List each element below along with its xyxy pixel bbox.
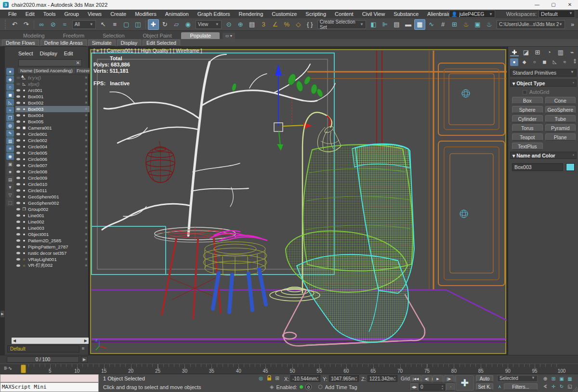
isolate-selection-toggle[interactable]: ◎ — [257, 375, 264, 382]
list-item[interactable]: ● Circle007 ✳ — [15, 162, 90, 169]
timeline-ruler[interactable]: 0510152025303540455055606570758085909510… — [23, 364, 562, 375]
list-item[interactable]: ● Box003 ✳ — [15, 106, 90, 112]
menu-item[interactable]: Rendering — [235, 10, 268, 18]
use-pivot-center-icon[interactable]: ⊙ — [223, 19, 235, 30]
select-and-move-icon[interactable]: ✚ — [148, 19, 159, 30]
visibility-eye-icon[interactable] — [16, 196, 20, 198]
spinner-snap-icon[interactable]: ◇ — [293, 19, 304, 30]
frozen-snowflake-icon[interactable]: ✳ — [83, 113, 90, 118]
viewport-quality-menu[interactable]: [ High Quality ] — [138, 48, 171, 53]
lights-category-icon[interactable]: ○ — [530, 58, 539, 66]
key-filters-icon[interactable]: ⋏ — [496, 383, 503, 390]
select-object-icon[interactable]: ↖ — [98, 19, 109, 30]
object-name[interactable]: Pattern2D_2585 — [28, 238, 83, 243]
frozen-snowflake-icon[interactable]: ✳ — [83, 245, 90, 249]
menu-item[interactable]: Tools — [39, 10, 60, 18]
snaps-toggle-icon[interactable]: 3 — [258, 19, 269, 30]
filter-materials-icon[interactable]: ✎ — [6, 130, 14, 137]
scene-canvas[interactable]: Z — [90, 47, 507, 355]
object-name[interactable]: Circle011 — [28, 188, 83, 193]
window-resize-grip[interactable] — [573, 387, 578, 392]
tool-filter-icon[interactable]: ▽ — [6, 191, 14, 198]
ribbon-tab[interactable]: Modeling — [14, 32, 53, 39]
ribbon-minimize-icon[interactable]: ▭ ▾ — [223, 33, 235, 39]
percent-snap-icon[interactable]: % — [281, 19, 292, 30]
primitive-button[interactable]: Sphere — [512, 106, 543, 113]
object-name[interactable]: Circle002 — [28, 138, 83, 143]
primitive-button[interactable]: Torus — [512, 124, 543, 131]
object-name[interactable]: Group002 — [28, 207, 83, 212]
menu-item[interactable]: Views — [83, 10, 106, 18]
render-setup-icon[interactable]: ♨ — [460, 19, 472, 30]
primitive-button[interactable]: Cylinder — [512, 115, 543, 122]
filter-geometry-icon[interactable]: ● — [6, 68, 14, 75]
object-name[interactable]: Circle009 — [28, 175, 83, 181]
object-name[interactable]: Circle010 — [28, 182, 83, 187]
ribbon-tab[interactable]: Object Paint — [134, 32, 181, 39]
list-item[interactable]: ● Pattern2D_2585 ✳ — [15, 237, 90, 244]
search-input[interactable] — [19, 60, 75, 66]
visibility-eye-icon[interactable] — [16, 189, 20, 192]
visibility-eye-icon[interactable] — [16, 89, 20, 91]
hierarchy-tab-icon[interactable]: ⊞ — [533, 48, 542, 56]
camera-viewport[interactable]: [ + ] [ Camera001 ] [ High Quality ] [ W… — [90, 47, 507, 355]
primitive-button[interactable]: Box — [512, 97, 543, 104]
filter-spacewarps-icon[interactable]: ≈ — [6, 106, 14, 114]
explorer-horizontal-scrollbar[interactable]: ◀ ▶ — [12, 338, 89, 344]
list-item[interactable]: ● Circle011 ✳ — [15, 187, 90, 194]
explorer-preset-select[interactable]: Default — [7, 345, 79, 353]
object-name[interactable]: xfpx() — [28, 81, 83, 87]
list-item[interactable]: ◺ xfpx() ✳ — [15, 81, 90, 87]
display-tab-icon[interactable]: ▥ — [556, 48, 565, 56]
visibility-eye-icon[interactable] — [16, 214, 20, 217]
close-button[interactable]: ✕ — [562, 0, 578, 10]
object-name[interactable]: Box003 — [28, 106, 83, 112]
key-filter-select[interactable]: Selected▼ — [497, 375, 538, 382]
visibility-eye-icon[interactable] — [16, 183, 20, 185]
redo-icon[interactable]: ↷ — [21, 19, 32, 30]
visibility-eye-icon[interactable] — [16, 239, 20, 242]
scroll-right-icon[interactable]: ▶ — [84, 339, 87, 343]
list-item[interactable]: ● GeoSphere001 ✳ — [15, 194, 90, 200]
filter-groups-icon[interactable]: ❐ — [6, 114, 14, 121]
object-type-rollout[interactable]: ▾ Object Type▪ — [510, 79, 577, 87]
visibility-eye-icon[interactable] — [16, 202, 20, 204]
frozen-snowflake-icon[interactable]: ✳ — [83, 163, 90, 168]
frozen-snowflake-icon[interactable]: ✳ — [83, 251, 90, 255]
ribbon-button[interactable]: Simulate — [88, 39, 116, 46]
visibility-eye-icon[interactable] — [16, 77, 20, 79]
current-frame-field[interactable]: 0▲▼ — [419, 384, 445, 391]
visibility-eye-icon[interactable] — [16, 145, 20, 148]
frozen-snowflake-icon[interactable]: ✳ — [83, 226, 90, 230]
visibility-eye-icon[interactable] — [16, 164, 20, 167]
viewport-general-menu[interactable]: [ + ] — [93, 48, 102, 53]
select-and-manipulate-icon[interactable]: ⊕ — [235, 19, 246, 30]
menu-item[interactable]: File — [4, 10, 21, 18]
list-item[interactable]: ○ VR-灯光002 ✳ — [15, 262, 90, 269]
filter-lights-icon[interactable]: ○ — [6, 83, 14, 91]
ribbon-button[interactable]: Define Idle Areas — [40, 39, 87, 46]
fov-icon[interactable]: ∢ — [541, 383, 549, 390]
object-name[interactable]: Object001 — [28, 232, 83, 237]
list-item[interactable]: ● PipingPattern_2787 ✳ — [15, 244, 90, 250]
visibility-eye-icon[interactable] — [16, 221, 20, 223]
visibility-eye-icon[interactable] — [16, 227, 20, 229]
scroll-left-icon[interactable]: ◀ — [13, 339, 16, 343]
ribbon-button[interactable]: Define Flows — [2, 39, 39, 46]
visibility-eye-icon[interactable] — [16, 114, 20, 117]
bind-to-space-warp-icon[interactable]: ≈ — [59, 19, 70, 30]
modify-tab-icon[interactable]: ◪ — [522, 48, 530, 56]
explorer-menu-item[interactable]: Select — [18, 51, 33, 56]
viewport-shading-menu[interactable]: [ Wireframe ] — [173, 48, 202, 53]
autogrid-checkbox[interactable]: AutoGrid — [523, 89, 549, 95]
visibility-eye-icon[interactable] — [16, 152, 20, 154]
list-item[interactable]: ● Line003 ✳ — [15, 225, 90, 231]
primitive-button[interactable]: TextPlus — [512, 143, 543, 150]
list-item[interactable]: ◺ fx'y'x() ✳ — [15, 75, 90, 81]
frozen-snowflake-icon[interactable]: ✳ — [83, 76, 90, 80]
list-item[interactable]: ● GeoSphere002 ✳ — [15, 200, 90, 206]
object-name[interactable]: Line001 — [28, 213, 83, 218]
toolbar-grip[interactable] — [5, 20, 7, 29]
frozen-snowflake-icon[interactable]: ✳ — [83, 88, 90, 92]
primitive-button[interactable]: Tube — [545, 115, 576, 122]
